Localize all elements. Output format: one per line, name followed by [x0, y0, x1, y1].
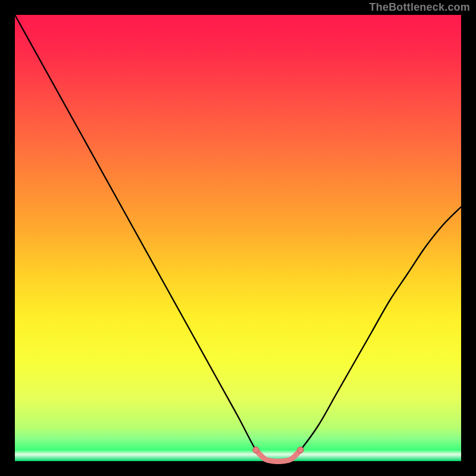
optimal-range-marker	[256, 450, 300, 461]
optimal-range-start-dot	[253, 447, 259, 453]
chart-plot-area	[15, 15, 461, 461]
chart-frame: TheBottleneck.com	[0, 0, 476, 476]
bottleneck-curve-line	[15, 15, 461, 460]
chart-svg	[15, 15, 461, 461]
optimal-range-end-dot	[298, 447, 303, 453]
watermark-text: TheBottleneck.com	[369, 1, 470, 14]
